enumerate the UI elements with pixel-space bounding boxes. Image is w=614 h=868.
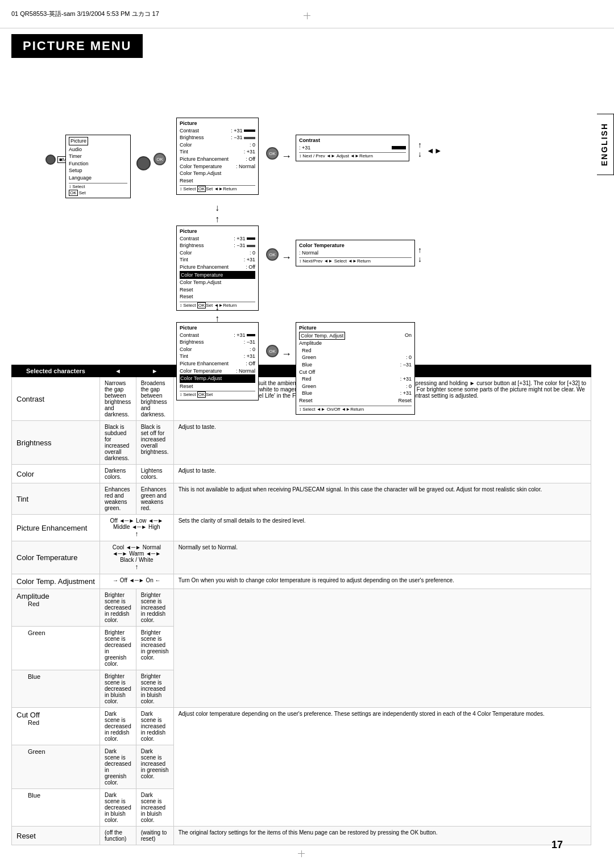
- arrows-contrast-nav: ↑ ↓: [418, 140, 422, 158]
- contrast-left: Narrows the gap between brightness and d…: [100, 377, 136, 421]
- diagrams-area: ■MENU Picture Audio Timer Function Setup…: [11, 66, 591, 362]
- arrow-4: →: [281, 348, 292, 360]
- amplitude-red-right: Brighter scene is increased in reddish c…: [136, 589, 173, 627]
- arrow-up-1: ↑: [215, 214, 219, 224]
- brightness-left: Black is subdued for increased overall d…: [100, 421, 136, 465]
- col-header-left-arrow: ◄: [100, 365, 136, 377]
- reset-left: (off the function): [100, 827, 136, 845]
- row-label-colortemp-adjustment: Color Temp. Adjustment: [16, 577, 95, 586]
- menu-box-1-items: Audio Timer Function Setup Language ↕ Se…: [69, 146, 127, 196]
- amplitude-blue-left: Brighter scene is decreased in bluish co…: [100, 670, 136, 708]
- infobox-colortemp: Color Temperature : Normal ↕ Next/Prev ◄…: [296, 240, 415, 266]
- table-row: Brightness Black is subdued for increase…: [12, 421, 591, 465]
- menu-box-1: Picture Audio Timer Function Setup Langu…: [65, 135, 131, 198]
- settings-table: Selected characters ◄ ► Setup hint Contr…: [11, 365, 591, 845]
- row-sublabel-amplitude-red: Red: [16, 600, 39, 607]
- arrow-3: →: [281, 252, 292, 264]
- tint-hint: This is not available to adjust when rec…: [173, 483, 591, 515]
- table-row: Color Temp. Adjustment → Off ◄─► On ← Tu…: [12, 574, 591, 589]
- color-left: Darkens colors.: [100, 465, 136, 483]
- color-temperature-flow: Cool ◄─► Normal ◄─► Warm ◄─► Black / Whi…: [100, 541, 174, 574]
- infobox-contrast: Contrast : +31 ↕ Next / Prev ◄► Adjust ◄…: [296, 135, 409, 161]
- page-number: 17: [551, 839, 563, 851]
- colortemp-adjustment-hint: Turn On when you wish to change color te…: [173, 574, 591, 589]
- menu-remote-circle: [45, 155, 56, 165]
- infobox-colortempdetail: Picture Color Temp. Adjust On Amplitude …: [296, 322, 415, 415]
- page-title: PICTURE MENU: [11, 34, 143, 58]
- table-row: Amplitude Red Brighter scene is decrease…: [12, 589, 591, 627]
- table-row: Reset (off the function) (waiting to res…: [12, 827, 591, 845]
- tint-right: Enhances green and weakens red.: [136, 483, 173, 515]
- col-header-selected: Selected characters: [12, 365, 100, 377]
- arrow-2: →: [281, 151, 292, 162]
- header-text: 01 QR58553-英語-sam 3/19/2004 5:53 PM ユカコ …: [11, 10, 159, 18]
- color-right: Lightens colors.: [136, 465, 173, 483]
- cutoff-red-left: Dark scene is decreased in reddish color…: [100, 708, 136, 745]
- color-hint: Adjust to taste.: [173, 465, 591, 483]
- table-row: Picture Enhancement Off ◄─► Low ◄─► Midd…: [12, 515, 591, 541]
- cutoff-hint: Adjust color temperature depending on th…: [173, 708, 591, 827]
- ok-circle-1: OK: [154, 153, 166, 165]
- ok-circle-2: OK: [266, 147, 279, 160]
- english-tab: ENGLISH: [597, 114, 614, 175]
- menu-box-1-highlight: Picture: [69, 137, 88, 145]
- amplitude-hint: [173, 589, 591, 708]
- contrast-right: Broadens the gap between brightness and …: [136, 377, 173, 421]
- amplitude-green-left: Brighter scene is decreased in greenish …: [100, 627, 136, 670]
- menu-box-2: Picture Contrast: +31 Brightness: −31 Co…: [176, 118, 259, 195]
- colortemp-adjustment-flow: → Off ◄─► On ←: [100, 574, 174, 589]
- header: 01 QR58553-英語-sam 3/19/2004 5:53 PM ユカコ …: [0, 0, 614, 28]
- menu-box-3: Picture Contrast: +31 Brightness: −31 Co…: [176, 226, 259, 311]
- cutoff-blue-right: Dark scene is increased in bluish color.: [136, 789, 173, 827]
- amplitude-green-right: Brighter scene is increased in greenish …: [136, 627, 173, 670]
- table-row: Color Temperature Cool ◄─► Normal ◄─► Wa…: [12, 541, 591, 574]
- picture-enhancement-flow: Off ◄─► Low ◄─► Middle ◄─► High ↑: [100, 515, 174, 541]
- row-label-color-temperature: Color Temperature: [16, 553, 77, 562]
- row-sublabel-amplitude-blue: Blue: [16, 673, 40, 680]
- row-label-brightness: Brightness: [16, 439, 51, 447]
- amplitude-blue-right: Brighter scene is increased in bluish co…: [136, 670, 173, 708]
- arrows-colortemp-nav: ↑ ↓: [418, 245, 422, 264]
- bottom-crosshair: [298, 850, 305, 854]
- row-sublabel-amplitude-green: Green: [16, 629, 45, 636]
- ok-circle-4: OK: [266, 345, 279, 357]
- tint-left: Enhances red and weakens green.: [100, 483, 136, 515]
- row-label-amplitude: Amplitude: [16, 592, 49, 600]
- main-content: PICTURE MENU ■MENU Picture Audio Timer F…: [11, 34, 591, 857]
- ok-circle-3: OK: [266, 248, 279, 261]
- cutoff-blue-left: Dark scene is decreased in bluish color.: [100, 789, 136, 827]
- row-label-reset: Reset: [16, 832, 36, 840]
- row-label-cutoff: Cut Off: [16, 711, 40, 719]
- row-label-contrast: Contrast: [16, 395, 44, 403]
- row-sublabel-cutoff-red: Red: [16, 719, 39, 726]
- row-label-tint: Tint: [16, 495, 28, 503]
- arrows-contrast-adjust: ◄►: [426, 146, 442, 155]
- color-temperature-hint: Normally set to Normal.: [173, 541, 591, 574]
- row-label-picture-enhancement: Picture Enhancement: [16, 524, 87, 532]
- row-sublabel-cutoff-blue: Blue: [16, 792, 40, 799]
- table-row: Cut Off Red Dark scene is decreased in r…: [12, 708, 591, 745]
- arrow-down-2: ↓: [215, 302, 219, 312]
- reset-right: (waiting to reset): [136, 827, 173, 845]
- arrow-down-1: ↓: [215, 203, 219, 213]
- cutoff-red-right: Dark scene is increased in reddish color…: [136, 708, 173, 745]
- brightness-hint: Adjust to taste.: [173, 421, 591, 465]
- reset-hint: The original factory settings for the it…: [173, 827, 591, 845]
- menu-box-4: Picture Contrast: +31 Brightness: −31 Co…: [176, 322, 259, 400]
- picture-enhancement-hint: Sets the clarity of small details to the…: [173, 515, 591, 541]
- row-sublabel-cutoff-green: Green: [16, 748, 45, 755]
- cutoff-green-left: Dark scene is decreased in greenish colo…: [100, 745, 136, 789]
- table-row: Color Darkens colors. Lightens colors. A…: [12, 465, 591, 483]
- col-header-right-arrow: ►: [136, 365, 173, 377]
- row-label-color: Color: [16, 470, 34, 478]
- table-row: Tint Enhances red and weakens green. Enh…: [12, 483, 591, 515]
- cutoff-green-right: Dark scene is increased in greenish colo…: [136, 745, 173, 789]
- brightness-right: Black is set off for increased overall b…: [136, 421, 173, 465]
- amplitude-red-left: Brighter scene is decreased in reddish c…: [100, 589, 136, 627]
